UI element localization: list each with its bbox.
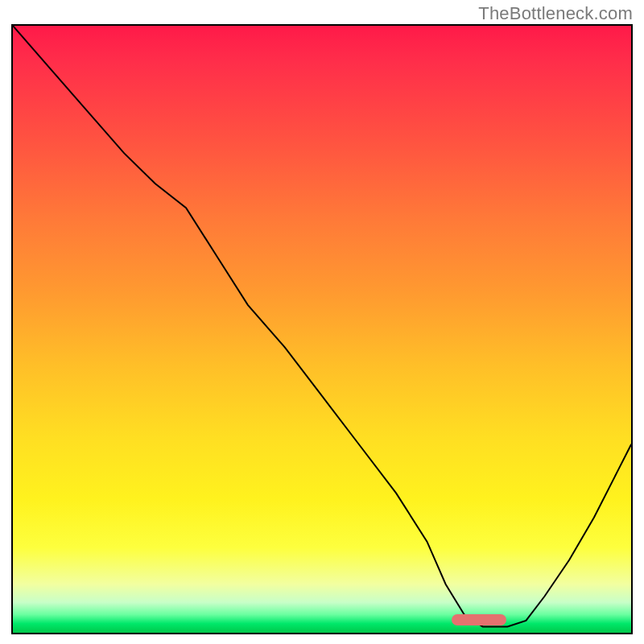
bottleneck-curve xyxy=(13,26,631,626)
optimal-range-marker xyxy=(452,614,506,625)
plot-area xyxy=(11,24,633,634)
watermark-text: TheBottleneck.com xyxy=(478,3,633,24)
chart-container: TheBottleneck.com xyxy=(0,0,644,644)
curve-svg xyxy=(13,26,631,633)
